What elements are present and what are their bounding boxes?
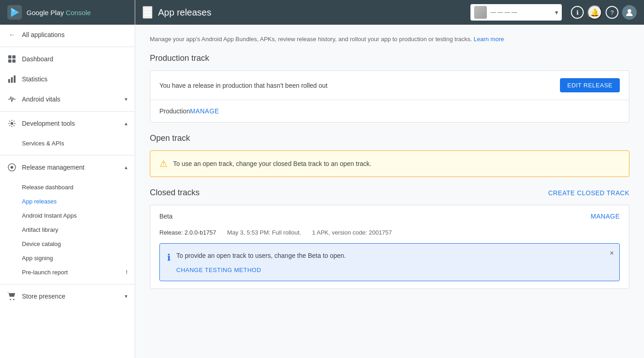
production-manage-row: Production MANAGE	[150, 100, 629, 122]
pre-launch-report-label: Pre-launch report	[22, 269, 68, 276]
production-track-card: You have a release in production that ha…	[150, 70, 629, 123]
store-icon	[7, 292, 16, 301]
topbar-icons: ℹ 🔔 ?	[571, 5, 637, 20]
help-button[interactable]: ?	[606, 6, 618, 19]
dev-tools-icon	[7, 119, 16, 128]
nav-divider-release	[0, 155, 135, 155]
release-mgmt-label: Release management	[22, 164, 119, 171]
learn-more-link[interactable]: Learn more	[474, 36, 504, 43]
play-logo-icon	[7, 5, 22, 20]
info-circle-icon: ℹ	[167, 252, 171, 263]
closed-tracks-header: Closed tracks CREATE CLOSED TRACK	[150, 188, 629, 198]
beta-release-row: Release: 2.0.0-b1757 May 3, 5:53 PM: Ful…	[150, 227, 629, 243]
artifact-library-label: Artifact library	[22, 226, 58, 233]
open-track-title: Open track	[150, 134, 629, 143]
back-icon: ←	[7, 30, 16, 39]
sidebar-item-services-apis[interactable]: Services & APIs	[22, 136, 135, 150]
sidebar-item-release-dashboard[interactable]: Release dashboard	[22, 180, 135, 194]
svg-point-13	[10, 299, 11, 300]
sidebar-item-statistics[interactable]: Statistics	[0, 69, 135, 89]
nav-back[interactable]: ← All applications	[0, 25, 135, 45]
vitals-arrow-icon: ▾	[125, 96, 127, 102]
create-closed-track-button[interactable]: CREATE CLOSED TRACK	[548, 189, 629, 197]
user-avatar[interactable]	[622, 5, 637, 20]
beta-release-date: May 3, 5:53 PM: Full rollout.	[227, 229, 301, 236]
svg-rect-7	[8, 79, 10, 83]
info-box-close-button[interactable]: ×	[610, 249, 614, 257]
notifications-button[interactable]: 🔔	[587, 5, 602, 20]
app-selector[interactable]: — — — — ▾	[470, 4, 562, 21]
closed-tracks-title: Closed tracks	[150, 188, 548, 198]
sidebar-item-release-management[interactable]: Release management ▴	[0, 157, 135, 177]
info-box-message: To provide an open track to users, chang…	[176, 252, 346, 259]
svg-point-12	[11, 166, 13, 169]
nav-back-label: All applications	[22, 31, 127, 38]
release-dashboard-label: Release dashboard	[22, 184, 74, 191]
sidebar-item-app-signing[interactable]: App signing	[22, 251, 135, 265]
main-area: ☰ App releases — — — — ▾ ℹ 🔔 ?	[135, 0, 644, 358]
nav-sub-development: Services & APIs	[0, 134, 135, 153]
app-signing-label: App signing	[22, 255, 53, 262]
page-description: Manage your app's Android App Bundles, A…	[150, 36, 629, 43]
sidebar-nav: ← All applications Dashboard Statistics	[0, 25, 135, 358]
svg-rect-5	[8, 59, 11, 63]
svg-rect-6	[12, 59, 16, 63]
topbar-title: App releases	[158, 7, 465, 18]
dev-tools-label: Development tools	[22, 120, 119, 127]
services-apis-label: Services & APIs	[22, 140, 64, 147]
sidebar-item-device-catalog[interactable]: Device catalog	[22, 237, 135, 251]
info-box-body: To provide an open track to users, chang…	[176, 251, 346, 273]
change-testing-method-button[interactable]: CHANGE TESTING METHOD	[176, 267, 261, 273]
app-container: Google Play Console ← All applications D…	[0, 0, 644, 358]
topbar: ☰ App releases — — — — ▾ ℹ 🔔 ?	[135, 0, 644, 25]
open-track-warning: ⚠ To use an open track, change your clos…	[150, 150, 629, 177]
production-message: You have a release in production that ha…	[159, 82, 560, 89]
sidebar-item-artifact-library[interactable]: Artifact library	[22, 223, 135, 237]
statistics-label: Statistics	[22, 75, 127, 83]
open-track-warning-text: To use an open track, change your closed…	[173, 160, 371, 167]
production-message-row: You have a release in production that ha…	[150, 71, 629, 100]
svg-rect-3	[8, 55, 11, 59]
sidebar-item-android-instant-apps[interactable]: Android Instant Apps	[22, 208, 135, 223]
statistics-icon	[7, 75, 16, 84]
nav-sub-release: Release dashboard App releases Android I…	[0, 177, 135, 282]
production-label: Production	[159, 107, 190, 115]
sidebar-item-app-releases[interactable]: App releases	[22, 194, 135, 208]
beta-header: Beta MANAGE	[150, 205, 629, 227]
dashboard-label: Dashboard	[22, 55, 127, 63]
pre-launch-badge: !	[126, 269, 127, 276]
sidebar-item-store-presence[interactable]: Store presence ▾	[0, 286, 135, 306]
beta-manage-button[interactable]: MANAGE	[591, 213, 620, 220]
android-instant-apps-label: Android Instant Apps	[22, 212, 77, 219]
brand-name: Google Play Console	[26, 9, 91, 16]
warning-triangle-icon: ⚠	[159, 158, 168, 169]
sidebar-item-development-tools[interactable]: Development tools ▴	[0, 113, 135, 134]
release-mgmt-arrow-icon: ▴	[125, 164, 127, 171]
dev-tools-arrow-icon: ▴	[125, 120, 127, 127]
app-thumbnail	[474, 6, 487, 19]
svg-point-15	[628, 9, 631, 13]
menu-button[interactable]: ☰	[143, 6, 153, 19]
device-catalog-label: Device catalog	[22, 240, 61, 247]
info-action-area: CHANGE TESTING METHOD	[176, 266, 346, 273]
svg-point-14	[13, 299, 15, 300]
store-presence-arrow-icon: ▾	[125, 293, 127, 299]
vitals-icon	[7, 95, 16, 104]
app-name-label: — — — —	[491, 9, 551, 16]
beta-release-info: 1 APK, version code: 2001757	[312, 229, 392, 236]
release-mgmt-icon	[7, 163, 16, 172]
dashboard-icon	[7, 54, 16, 64]
svg-rect-9	[14, 75, 16, 83]
info-button[interactable]: ℹ	[571, 6, 584, 19]
sidebar-item-pre-launch-report[interactable]: Pre-launch report !	[22, 265, 135, 279]
beta-card: Beta MANAGE Release: 2.0.0-b1757 May 3, …	[150, 205, 629, 289]
sidebar-item-android-vitals[interactable]: Android vitals ▾	[0, 89, 135, 109]
sidebar-header[interactable]: Google Play Console	[0, 0, 135, 25]
beta-release-label: Release: 2.0.0-b1757	[159, 229, 216, 236]
production-manage-button[interactable]: MANAGE	[190, 107, 219, 115]
edit-release-button[interactable]: EDIT RELEASE	[560, 78, 620, 92]
svg-rect-4	[12, 55, 16, 59]
nav-divider-mid	[0, 111, 135, 112]
vitals-label: Android vitals	[22, 96, 119, 103]
sidebar-item-dashboard[interactable]: Dashboard	[0, 49, 135, 69]
